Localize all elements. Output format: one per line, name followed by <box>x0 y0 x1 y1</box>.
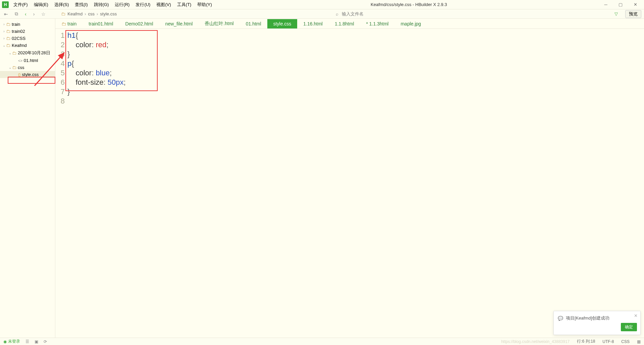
search-icon[interactable]: ⌕ <box>336 11 338 16</box>
editor-tab[interactable]: 香山红叶.html <box>199 19 239 29</box>
editor-tab[interactable]: 01.html <box>240 19 267 28</box>
terminal-icon[interactable]: ▣ <box>35 339 38 344</box>
tree-item-label: 01.html <box>24 58 38 63</box>
tree-item[interactable]: ⌄🗀Keafmd <box>0 42 55 49</box>
menu-item[interactable]: 跳转(G) <box>91 0 112 9</box>
tree-arrow-icon[interactable]: ⌄ <box>8 66 12 69</box>
star-icon[interactable]: ☆ <box>40 11 47 17</box>
folder-icon: 🗀 <box>61 11 65 16</box>
window-title: Keafmd/css/style.css - HBuilder X 2.9.3 <box>215 2 603 7</box>
close-icon[interactable]: ✕ <box>634 313 638 318</box>
tab-label: Demo02.html <box>125 21 153 26</box>
menu-item[interactable]: 选择(S) <box>52 0 71 9</box>
search-input[interactable] <box>342 11 395 16</box>
encoding-label[interactable]: UTF-8 <box>602 339 614 344</box>
folder-icon: 🗀 <box>6 29 10 34</box>
editor-tab[interactable]: Demo02.html <box>119 19 159 28</box>
code-line[interactable]: h1{ <box>67 31 644 40</box>
tree-item[interactable]: ⌄🗀2020年10月28日 <box>0 49 55 57</box>
css-file-icon: {} <box>18 73 20 77</box>
editor-tab[interactable]: maple.jpg <box>394 19 427 28</box>
breadcrumb-seg[interactable]: style.css <box>100 11 117 16</box>
user-status[interactable]: ◉ 未登录 <box>3 339 20 344</box>
menu-item[interactable]: 运行(R) <box>112 0 132 9</box>
preview-button[interactable]: 预览 <box>625 10 641 18</box>
chevron-right-icon: › <box>85 11 86 16</box>
editor-tab[interactable]: new_file.html <box>159 19 199 28</box>
line-number: 1 <box>55 31 65 40</box>
maximize-button[interactable]: ▢ <box>618 2 623 7</box>
breadcrumb-seg[interactable]: css <box>88 11 95 16</box>
tree-item-label: 2020年10月28日 <box>18 50 50 56</box>
line-number: 5 <box>55 68 65 78</box>
folder-icon: 🗀 <box>12 65 16 70</box>
tab-label: train01.html <box>89 21 113 26</box>
tree-item[interactable]: {}style.css <box>0 71 55 78</box>
language-label[interactable]: CSS <box>621 339 630 344</box>
tab-label: 1.16.html <box>303 21 323 26</box>
notification-toast: ✕ 💬 项目[Keafmd]创建成功 确定 <box>553 311 641 335</box>
editor-panel: 🗀traintrain01.htmlDemo02.htmlnew_file.ht… <box>55 19 644 338</box>
tree-item[interactable]: ›🗀train <box>0 21 55 28</box>
line-number: 2 <box>55 40 65 50</box>
code-line[interactable]: font-size: 50px; <box>67 78 644 87</box>
tab-label: style.css <box>273 21 291 26</box>
tree-arrow-icon[interactable]: ⌄ <box>8 51 12 55</box>
breadcrumb-seg[interactable]: Keafmd <box>67 11 83 16</box>
tree-item[interactable]: ›🗀02CSS <box>0 35 55 42</box>
sidebar: ›🗀train›🗀train02›🗀02CSS⌄🗀Keafmd⌄🗀2020年10… <box>0 19 55 338</box>
ok-button[interactable]: 确定 <box>621 323 637 331</box>
line-number: 6 <box>55 78 65 87</box>
menu-item[interactable]: 帮助(Y) <box>195 0 214 9</box>
minimize-button[interactable]: ─ <box>603 2 608 7</box>
menu-item[interactable]: 视图(V) <box>154 0 173 9</box>
menu-item[interactable]: 发行(U) <box>133 0 153 9</box>
line-number: 7 <box>55 87 65 96</box>
filter-icon[interactable]: ▽ <box>614 11 618 16</box>
close-button[interactable]: ✕ <box>633 2 638 7</box>
status-right: https://blog.csdn.net/weixin_43883917 行:… <box>501 339 641 344</box>
statusbar: ◉ 未登录 ☰ ▣ ⟳ https://blog.csdn.net/weixin… <box>0 338 644 345</box>
code-line[interactable] <box>67 96 644 106</box>
tree-item[interactable]: ⌄🗀css <box>0 64 55 71</box>
sync-icon[interactable]: ⟳ <box>44 339 47 344</box>
menu-item[interactable]: 文件(F) <box>11 0 31 9</box>
editor-tab[interactable]: 1.16.html <box>297 19 329 28</box>
list-icon[interactable]: ☰ <box>25 339 29 344</box>
code-line[interactable]: p{ <box>67 59 644 68</box>
code-line[interactable]: } <box>67 50 644 59</box>
menu-item[interactable]: 编辑(E) <box>31 0 51 9</box>
editor-tab[interactable]: style.css <box>267 19 298 28</box>
app-logo: H <box>2 1 9 8</box>
editor-tab[interactable]: train01.html <box>83 19 119 28</box>
code-line[interactable]: color: blue; <box>67 68 644 78</box>
titlebar: H 文件(F)编辑(E)选择(S)查找(I)跳转(G)运行(R)发行(U)视图(… <box>0 0 644 9</box>
menu-item[interactable]: 查找(I) <box>72 0 90 9</box>
code-editor[interactable]: 12345678 h1{ color: red;}p{ color: blue;… <box>55 29 644 338</box>
collapse-icon[interactable]: ⇤ <box>3 11 9 17</box>
tab-label: maple.jpg <box>400 21 421 26</box>
new-file-icon[interactable]: ⧉ <box>13 11 19 17</box>
tree-item[interactable]: ›🗀train02 <box>0 28 55 35</box>
tree-arrow-icon[interactable]: › <box>2 22 6 26</box>
tab-label: 1.1.8html <box>335 21 354 26</box>
chevron-right-icon: › <box>97 11 98 16</box>
code-line[interactable]: color: red; <box>67 40 644 50</box>
main-area: ›🗀train›🗀train02›🗀02CSS⌄🗀Keafmd⌄🗀2020年10… <box>0 19 644 338</box>
nav-forward-icon[interactable]: › <box>32 11 36 17</box>
tree-arrow-icon[interactable]: ⌄ <box>2 44 6 47</box>
menu-item[interactable]: 工具(T) <box>174 0 194 9</box>
grid-icon[interactable]: ▦ <box>637 339 641 344</box>
tree-item[interactable]: <>01.html <box>0 57 55 64</box>
code-area[interactable]: h1{ color: red;}p{ color: blue; font-siz… <box>67 29 644 338</box>
editor-tab[interactable]: * 1.1.3html <box>360 19 395 28</box>
user-label: 未登录 <box>8 339 20 344</box>
tab-label: * 1.1.3html <box>366 21 389 26</box>
tree-arrow-icon[interactable]: › <box>2 29 6 33</box>
nav-back-icon[interactable]: ‹ <box>23 11 28 17</box>
tree-arrow-icon[interactable]: › <box>2 37 6 40</box>
editor-tab[interactable]: 1.1.8html <box>329 19 360 28</box>
code-line[interactable]: } <box>67 87 644 96</box>
tabs-row: 🗀traintrain01.htmlDemo02.htmlnew_file.ht… <box>55 19 644 29</box>
editor-tab[interactable]: 🗀train <box>55 19 83 28</box>
